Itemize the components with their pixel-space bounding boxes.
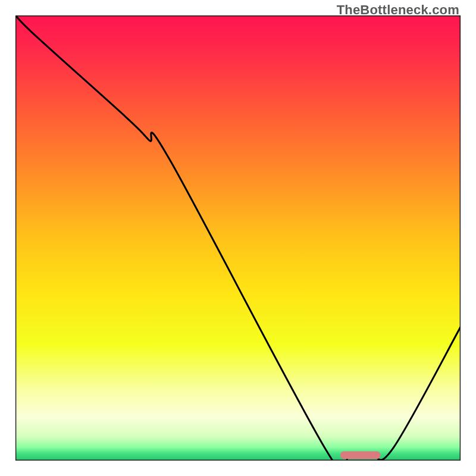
chart-frame [15,15,461,461]
gradient-background [15,15,461,461]
bottleneck-chart [15,15,461,461]
optimal-range-marker [340,452,380,459]
